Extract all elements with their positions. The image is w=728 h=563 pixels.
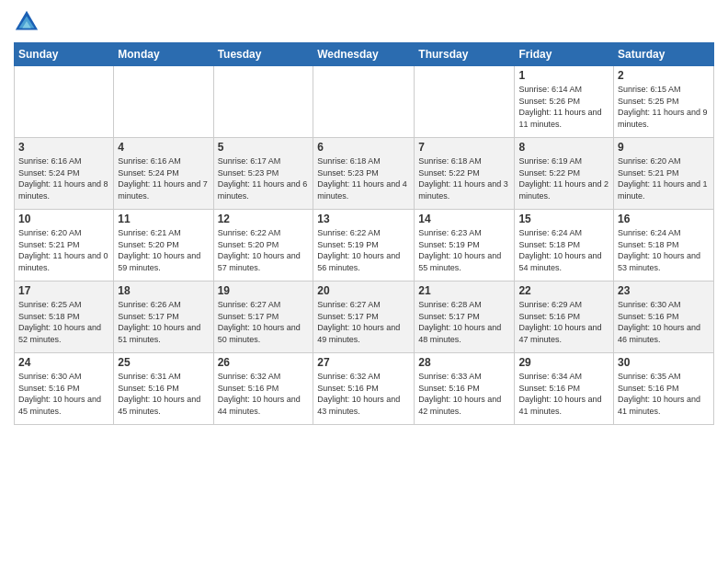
calendar-cell: 30Sunrise: 6:35 AMSunset: 5:16 PMDayligh… [614, 353, 714, 425]
day-info: Sunrise: 6:35 AMSunset: 5:16 PMDaylight:… [618, 371, 710, 417]
calendar-cell [213, 66, 313, 138]
calendar-cell: 12Sunrise: 6:22 AMSunset: 5:20 PMDayligh… [213, 210, 313, 282]
day-info: Sunrise: 6:22 AMSunset: 5:19 PMDaylight:… [317, 227, 410, 273]
day-number: 3 [18, 141, 109, 154]
calendar-cell: 26Sunrise: 6:32 AMSunset: 5:16 PMDayligh… [213, 353, 313, 425]
calendar-header-saturday: Saturday [614, 43, 714, 66]
day-info: Sunrise: 6:19 AMSunset: 5:22 PMDaylight:… [518, 155, 609, 201]
day-info: Sunrise: 6:31 AMSunset: 5:16 PMDaylight:… [118, 371, 209, 417]
day-number: 15 [518, 213, 609, 225]
calendar-cell: 27Sunrise: 6:32 AMSunset: 5:16 PMDayligh… [313, 353, 415, 425]
calendar-cell: 11Sunrise: 6:21 AMSunset: 5:20 PMDayligh… [114, 210, 213, 282]
day-info: Sunrise: 6:24 AMSunset: 5:18 PMDaylight:… [518, 227, 609, 273]
calendar-header-monday: Monday [114, 43, 213, 66]
day-info: Sunrise: 6:21 AMSunset: 5:20 PMDaylight:… [118, 227, 209, 273]
day-info: Sunrise: 6:32 AMSunset: 5:16 PMDaylight:… [317, 371, 410, 417]
day-info: Sunrise: 6:20 AMSunset: 5:21 PMDaylight:… [618, 155, 710, 201]
day-number: 23 [618, 284, 710, 297]
day-info: Sunrise: 6:28 AMSunset: 5:17 PMDaylight:… [418, 299, 510, 345]
calendar-cell: 15Sunrise: 6:24 AMSunset: 5:18 PMDayligh… [515, 210, 614, 282]
day-number: 9 [618, 141, 710, 154]
day-info: Sunrise: 6:16 AMSunset: 5:24 PMDaylight:… [118, 155, 209, 201]
day-number: 29 [518, 356, 609, 369]
calendar-cell: 29Sunrise: 6:34 AMSunset: 5:16 PMDayligh… [515, 353, 614, 425]
page: SundayMondayTuesdayWednesdayThursdayFrid… [0, 0, 728, 563]
day-info: Sunrise: 6:20 AMSunset: 5:21 PMDaylight:… [18, 227, 109, 273]
day-info: Sunrise: 6:18 AMSunset: 5:23 PMDaylight:… [317, 155, 410, 201]
day-number: 30 [618, 356, 710, 369]
day-info: Sunrise: 6:32 AMSunset: 5:16 PMDaylight:… [218, 371, 310, 417]
calendar-cell: 25Sunrise: 6:31 AMSunset: 5:16 PMDayligh… [114, 353, 213, 425]
day-number: 8 [518, 141, 609, 154]
calendar-cell: 2Sunrise: 6:15 AMSunset: 5:25 PMDaylight… [614, 66, 714, 138]
calendar-header-friday: Friday [515, 43, 614, 66]
day-number: 6 [317, 141, 410, 154]
calendar-cell [415, 66, 515, 138]
day-info: Sunrise: 6:16 AMSunset: 5:24 PMDaylight:… [18, 155, 109, 201]
calendar-header-wednesday: Wednesday [313, 43, 415, 66]
day-info: Sunrise: 6:23 AMSunset: 5:19 PMDaylight:… [418, 227, 510, 273]
day-info: Sunrise: 6:17 AMSunset: 5:23 PMDaylight:… [218, 155, 310, 201]
calendar-header-sunday: Sunday [15, 43, 114, 66]
calendar-week-4: 17Sunrise: 6:25 AMSunset: 5:18 PMDayligh… [15, 282, 714, 353]
day-number: 4 [118, 141, 209, 154]
calendar-cell: 20Sunrise: 6:27 AMSunset: 5:17 PMDayligh… [313, 282, 415, 353]
calendar-cell [114, 66, 213, 138]
day-info: Sunrise: 6:26 AMSunset: 5:17 PMDaylight:… [118, 299, 209, 345]
calendar-cell: 7Sunrise: 6:18 AMSunset: 5:22 PMDaylight… [415, 138, 515, 210]
day-number: 11 [118, 213, 209, 225]
day-info: Sunrise: 6:27 AMSunset: 5:17 PMDaylight:… [218, 299, 310, 345]
calendar-cell: 6Sunrise: 6:18 AMSunset: 5:23 PMDaylight… [313, 138, 415, 210]
day-number: 7 [418, 141, 510, 154]
day-info: Sunrise: 6:30 AMSunset: 5:16 PMDaylight:… [618, 299, 710, 345]
day-number: 24 [18, 356, 109, 369]
day-number: 20 [317, 284, 410, 297]
calendar-cell: 3Sunrise: 6:16 AMSunset: 5:24 PMDaylight… [15, 138, 114, 210]
calendar-cell: 22Sunrise: 6:29 AMSunset: 5:16 PMDayligh… [515, 282, 614, 353]
day-number: 25 [118, 356, 209, 369]
day-number: 13 [317, 213, 410, 225]
calendar-cell: 24Sunrise: 6:30 AMSunset: 5:16 PMDayligh… [15, 353, 114, 425]
logo-icon [14, 9, 40, 35]
day-info: Sunrise: 6:24 AMSunset: 5:18 PMDaylight:… [618, 227, 710, 273]
day-info: Sunrise: 6:27 AMSunset: 5:17 PMDaylight:… [317, 299, 410, 345]
day-number: 19 [218, 284, 310, 297]
calendar-cell: 16Sunrise: 6:24 AMSunset: 5:18 PMDayligh… [614, 210, 714, 282]
header [14, 9, 714, 35]
day-info: Sunrise: 6:15 AMSunset: 5:25 PMDaylight:… [618, 84, 710, 130]
calendar-cell: 13Sunrise: 6:22 AMSunset: 5:19 PMDayligh… [313, 210, 415, 282]
day-info: Sunrise: 6:29 AMSunset: 5:16 PMDaylight:… [518, 299, 609, 345]
day-number: 16 [618, 213, 710, 225]
calendar-cell: 19Sunrise: 6:27 AMSunset: 5:17 PMDayligh… [213, 282, 313, 353]
calendar-cell: 10Sunrise: 6:20 AMSunset: 5:21 PMDayligh… [15, 210, 114, 282]
calendar-cell: 21Sunrise: 6:28 AMSunset: 5:17 PMDayligh… [415, 282, 515, 353]
day-info: Sunrise: 6:33 AMSunset: 5:16 PMDaylight:… [418, 371, 510, 417]
day-number: 12 [218, 213, 310, 225]
day-info: Sunrise: 6:22 AMSunset: 5:20 PMDaylight:… [218, 227, 310, 273]
calendar-cell: 28Sunrise: 6:33 AMSunset: 5:16 PMDayligh… [415, 353, 515, 425]
day-number: 22 [518, 284, 609, 297]
calendar-cell: 5Sunrise: 6:17 AMSunset: 5:23 PMDaylight… [213, 138, 313, 210]
calendar-header-tuesday: Tuesday [213, 43, 313, 66]
day-info: Sunrise: 6:18 AMSunset: 5:22 PMDaylight:… [418, 155, 510, 201]
calendar-cell: 14Sunrise: 6:23 AMSunset: 5:19 PMDayligh… [415, 210, 515, 282]
calendar-week-5: 24Sunrise: 6:30 AMSunset: 5:16 PMDayligh… [15, 353, 714, 425]
day-number: 14 [418, 213, 510, 225]
day-number: 27 [317, 356, 410, 369]
calendar-cell: 9Sunrise: 6:20 AMSunset: 5:21 PMDaylight… [614, 138, 714, 210]
calendar-week-1: 1Sunrise: 6:14 AMSunset: 5:26 PMDaylight… [15, 66, 714, 138]
day-info: Sunrise: 6:14 AMSunset: 5:26 PMDaylight:… [518, 84, 609, 130]
day-number: 10 [18, 213, 109, 225]
day-info: Sunrise: 6:25 AMSunset: 5:18 PMDaylight:… [18, 299, 109, 345]
day-number: 5 [218, 141, 310, 154]
calendar-cell: 23Sunrise: 6:30 AMSunset: 5:16 PMDayligh… [614, 282, 714, 353]
calendar-cell [15, 66, 114, 138]
calendar-cell [313, 66, 415, 138]
calendar-cell: 1Sunrise: 6:14 AMSunset: 5:26 PMDaylight… [515, 66, 614, 138]
day-info: Sunrise: 6:34 AMSunset: 5:16 PMDaylight:… [518, 371, 609, 417]
logo [14, 9, 42, 35]
day-number: 1 [518, 69, 609, 82]
calendar-header-row: SundayMondayTuesdayWednesdayThursdayFrid… [15, 43, 714, 66]
calendar-header-thursday: Thursday [415, 43, 515, 66]
day-number: 18 [118, 284, 209, 297]
